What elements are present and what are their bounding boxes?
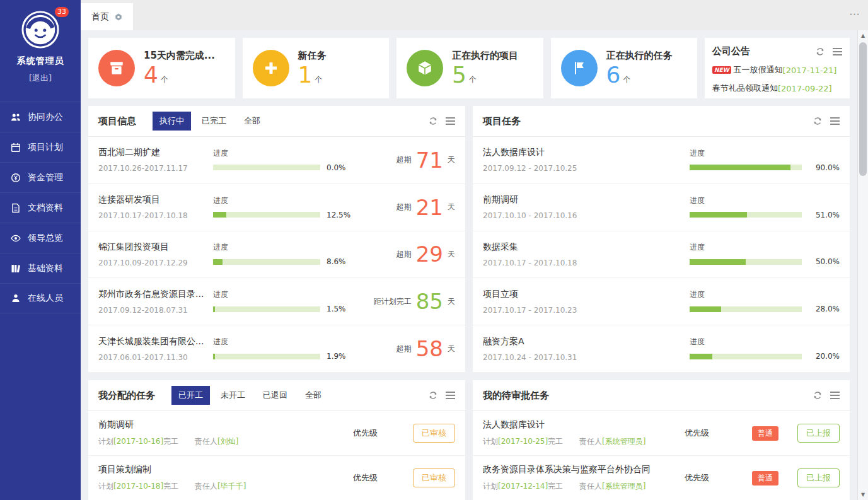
progress-label: 进度 — [213, 195, 350, 206]
project-row[interactable]: 西北湖二期扩建 2017.10.26-2017.11.17 进度 0.0% — [88, 137, 465, 184]
stat-card-new-tasks[interactable]: 新任务 1 个 — [243, 38, 390, 98]
scrollbar-thumb[interactable] — [859, 42, 867, 176]
project-row[interactable]: 天津长城服装集团有限公... 2017.06.01-2017.11.30 进度 … — [88, 325, 465, 373]
assigned-task-row[interactable]: 前期调研 计划[2017-10-16]完工 责任人[刘灿] 优先级 已审核 — [88, 411, 465, 456]
funds-icon — [11, 173, 21, 183]
logout-link[interactable]: [退出] — [0, 73, 81, 84]
menu-icon[interactable] — [833, 48, 842, 55]
announcement-item[interactable]: NEW 五一放假通知 [2017-11-21] — [712, 64, 842, 76]
announcements-panel: 公司公告 NEW 五一放假通知 [2017-11-21] — [705, 38, 850, 98]
tab-returned[interactable]: 已退回 — [256, 386, 294, 405]
submitted-button[interactable]: 已上报 — [797, 468, 840, 487]
refresh-icon[interactable] — [429, 117, 437, 125]
task-row[interactable]: 法人数据库设计 2017.09.12 - 2017.10.25 进度 90.0% — [473, 137, 850, 184]
menu-icon[interactable] — [830, 117, 840, 125]
body-row: 15天内需完成... 4 个 新任务 1 — [81, 30, 868, 500]
refresh-icon[interactable] — [816, 47, 825, 56]
refresh-icon[interactable] — [429, 391, 437, 400]
task-row[interactable]: 数据采集 2017.10.17 - 2017.10.18 进度 50.0% — [473, 231, 850, 279]
task-dates: 2017.10.17 - 2017.10.23 — [483, 306, 598, 315]
user-profile: 33 系统管理员 [退出] — [0, 0, 81, 88]
sidebar-item-online-users[interactable]: 在线人员 — [0, 283, 81, 313]
reviewed-button[interactable]: 已审核 — [413, 468, 455, 487]
progress-bar — [213, 306, 320, 312]
owner: 责任人[系统管理员] — [579, 481, 645, 492]
stat-info: 正在执行的项目 5 个 — [452, 50, 518, 86]
tab-home[interactable]: 首页 — [81, 3, 133, 30]
progress-label: 进度 — [690, 148, 840, 159]
due-days: 21 — [416, 197, 443, 218]
menu-icon[interactable] — [830, 392, 840, 399]
vertical-scrollbar[interactable]: ▲ ▼ — [857, 30, 868, 500]
due-days: 71 — [416, 149, 443, 171]
priority-label: 优先级 — [685, 472, 709, 484]
project-tasks-panel: 项目任务 法人数据库设计 2017.09.12 - 201 — [473, 106, 850, 373]
avatar-icon — [21, 10, 60, 49]
announcements-header: 公司公告 — [712, 45, 842, 57]
task-name: 数据采集 — [483, 241, 598, 253]
stats-row: 15天内需完成... 4 个 新任务 1 — [88, 38, 850, 98]
project-info-panel: 项目信息 执行中 已完工 全部 — [88, 106, 465, 373]
more-menu-icon[interactable]: … — [849, 5, 860, 18]
tab-completed[interactable]: 已完工 — [195, 112, 233, 131]
tab-not-started[interactable]: 未开工 — [214, 386, 252, 405]
stat-card-active-projects[interactable]: 正在执行的项目 5 个 — [396, 38, 543, 98]
approval-task-row[interactable]: 政务资源目录体系决策与监察平台外协合同 计划[2017-12-14]完工 责任人… — [473, 456, 850, 500]
progress-bar — [213, 165, 320, 170]
progress-percent: 28.0% — [816, 305, 840, 313]
scroll-down-arrow[interactable]: ▼ — [858, 489, 868, 500]
refresh-icon[interactable] — [813, 391, 822, 400]
panel-title: 项目任务 — [483, 115, 521, 127]
submitted-button[interactable]: 已上报 — [797, 424, 840, 443]
progress-bar — [213, 212, 320, 218]
due-status-label: 超期 — [396, 344, 412, 354]
refresh-icon[interactable] — [813, 117, 822, 125]
tab-all[interactable]: 全部 — [298, 386, 328, 405]
project-dates: 2017.10.26-2017.11.17 — [98, 164, 213, 173]
tab-executing[interactable]: 执行中 — [153, 112, 191, 131]
task-row[interactable]: 前期调研 2017.10.10 - 2017.10.16 进度 51.0% — [473, 184, 850, 231]
stat-unit: 个 — [623, 74, 630, 85]
tab-started[interactable]: 已开工 — [171, 386, 210, 405]
priority-label: 优先级 — [685, 427, 709, 439]
sidebar-item-funds[interactable]: 资金管理 — [0, 162, 81, 192]
assigned-task-row[interactable]: 项目策划编制 计划[2017-10-18]完工 责任人[毕千千] 优先级 已审核 — [88, 456, 465, 500]
sidebar-item-overview[interactable]: 领导总览 — [0, 223, 81, 253]
avatar[interactable]: 33 — [21, 10, 60, 49]
day-unit: 天 — [448, 296, 455, 307]
stat-card-active-tasks[interactable]: 正在执行的任务 6 个 — [551, 38, 698, 98]
stat-unit: 个 — [161, 74, 168, 85]
stat-card-due-soon[interactable]: 15天内需完成... 4 个 — [88, 38, 235, 98]
task-name: 融资方案A — [483, 336, 598, 347]
day-unit: 天 — [448, 344, 455, 354]
approval-task-row[interactable]: 法人数据库设计 计划[2017-10-25]完工 责任人[系统管理员] 优先级 … — [473, 411, 850, 456]
scroll-up-arrow[interactable]: ▲ — [858, 30, 868, 41]
task-row[interactable]: 项目立项 2017.10.17 - 2017.10.23 进度 28.0% — [473, 278, 850, 325]
progress-label: 进度 — [213, 337, 346, 347]
menu-icon[interactable] — [446, 117, 455, 125]
project-name: 郑州市政务信息资源目录... — [98, 289, 213, 300]
plan-date: 计划[2017-12-14]完工 — [483, 481, 563, 492]
project-name: 锦江集团投资项目 — [98, 241, 213, 253]
sidebar-item-label: 基础资料 — [28, 263, 63, 274]
project-tasks-list: 法人数据库设计 2017.09.12 - 2017.10.25 进度 90.0% — [473, 137, 850, 373]
username: 系统管理员 — [0, 55, 81, 67]
reviewed-button[interactable]: 已审核 — [413, 424, 455, 443]
sidebar-item-label: 资金管理 — [28, 172, 63, 183]
sidebar-item-base-data[interactable]: 基础资料 — [0, 253, 81, 283]
announcement-item[interactable]: 春节礼品领取通知 [2017-09-22] — [712, 83, 842, 94]
project-row[interactable]: 郑州市政务信息资源目录... 2017.09.12-2018.07.31 进度 … — [88, 278, 465, 325]
task-row[interactable]: 融资方案A 2017.10.24 - 2017.10.31 进度 20.0% — [473, 325, 850, 373]
project-row[interactable]: 连接器研发项目 2017.10.17-2017.10.18 进度 12.5% — [88, 184, 465, 231]
sidebar-item-collaboration[interactable]: 协同办公 — [0, 102, 81, 132]
project-row[interactable]: 锦江集团投资项目 2017.10.09-2017.12.29 进度 8.6% — [88, 231, 465, 279]
sidebar: 33 系统管理员 [退出] 协同办公 项目计划 资金管理 — [0, 0, 81, 500]
tab-all[interactable]: 全部 — [237, 112, 267, 131]
task-dates: 2017.10.10 - 2017.10.16 — [483, 211, 598, 220]
sidebar-item-project-plan[interactable]: 项目计划 — [0, 132, 81, 162]
day-unit: 天 — [448, 202, 455, 212]
sidebar-item-documents[interactable]: 文档资料 — [0, 192, 81, 223]
menu-icon[interactable] — [446, 392, 455, 399]
stat-value: 1 — [298, 64, 313, 86]
gear-icon[interactable] — [115, 13, 122, 21]
